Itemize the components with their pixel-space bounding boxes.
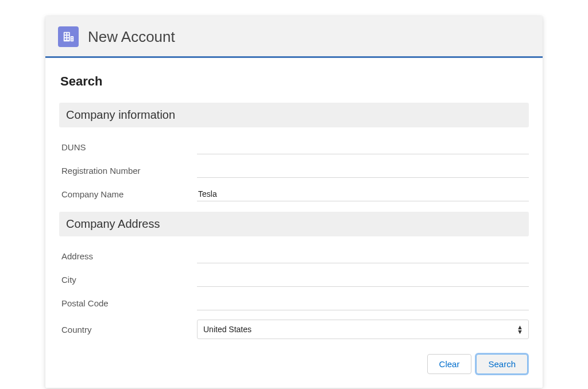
svg-rect-7 xyxy=(71,36,74,41)
svg-rect-8 xyxy=(72,37,73,38)
search-heading: Search xyxy=(59,74,529,89)
row-company-name: Company Name xyxy=(59,182,529,206)
actions-row: Clear Search xyxy=(59,354,529,374)
svg-rect-4 xyxy=(67,36,69,37)
label-country: Country xyxy=(59,325,197,334)
svg-rect-0 xyxy=(64,32,70,42)
label-company-name: Company Name xyxy=(59,189,197,199)
label-address: Address xyxy=(59,251,197,261)
row-postal-code: Postal Code xyxy=(59,291,529,315)
page-title: New Account xyxy=(88,28,175,46)
row-city: City xyxy=(59,268,529,291)
input-duns[interactable] xyxy=(197,140,529,154)
input-reg-number[interactable] xyxy=(197,164,529,178)
svg-rect-1 xyxy=(65,33,67,35)
section-company-address: Company Address xyxy=(59,212,529,236)
new-account-card: New Account Search Company information D… xyxy=(45,16,543,388)
select-country[interactable]: United States xyxy=(197,320,529,339)
svg-rect-9 xyxy=(72,40,73,41)
card-header: New Account xyxy=(45,16,543,58)
input-city[interactable] xyxy=(197,273,529,287)
building-icon xyxy=(58,26,79,47)
label-city: City xyxy=(59,275,197,285)
label-duns: DUNS xyxy=(59,142,197,152)
clear-button[interactable]: Clear xyxy=(427,354,472,374)
svg-rect-5 xyxy=(65,38,67,40)
card-body: Search Company information DUNS Registra… xyxy=(45,58,543,388)
row-address: Address xyxy=(59,244,529,268)
row-duns: DUNS xyxy=(59,135,529,159)
section-company-info: Company information xyxy=(59,103,529,127)
label-reg-number: Registration Number xyxy=(59,166,197,176)
input-company-name[interactable] xyxy=(197,187,529,201)
svg-rect-2 xyxy=(67,33,69,35)
row-country: Country United States ▲▼ xyxy=(59,315,529,344)
label-postal-code: Postal Code xyxy=(59,298,197,308)
input-postal-code[interactable] xyxy=(197,296,529,310)
row-reg-number: Registration Number xyxy=(59,159,529,182)
svg-rect-6 xyxy=(67,38,69,40)
svg-rect-3 xyxy=(65,36,67,37)
search-button[interactable]: Search xyxy=(476,354,528,374)
input-address[interactable] xyxy=(197,249,529,263)
